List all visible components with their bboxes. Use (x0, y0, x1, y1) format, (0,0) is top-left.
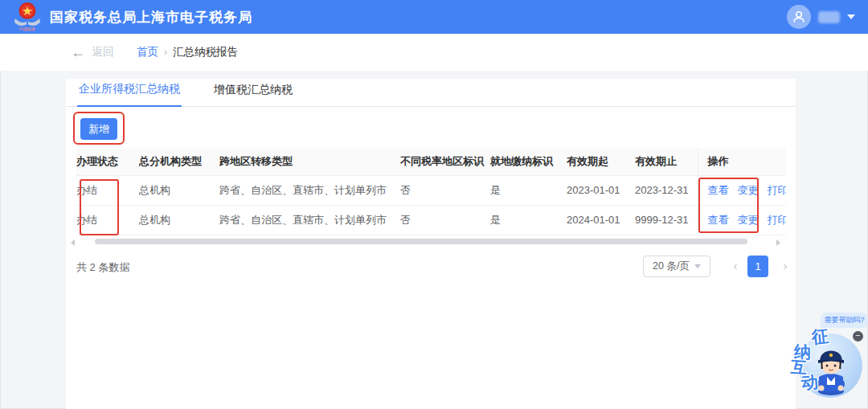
print-link[interactable]: 打印 (768, 184, 787, 196)
change-link[interactable]: 变更 (738, 184, 759, 196)
col-actions: 操作 (698, 149, 786, 175)
user-area (787, 5, 855, 29)
col-valid-to: 有效期止 (635, 149, 698, 175)
cell-valid-from: 2023-01-01 (567, 175, 635, 205)
page-1-button[interactable]: 1 (747, 256, 768, 277)
col-status: 办理状态 (76, 149, 139, 175)
back-arrow-icon[interactable]: ← (71, 45, 85, 59)
tab-corporate-income-tax[interactable]: 企业所得税汇总纳税 (77, 82, 182, 107)
col-transfer-type: 跨地区转移类型 (219, 149, 400, 175)
cell-transfer-type: 跨省、自治区、直辖市、计划单列市 (219, 205, 400, 235)
next-page-button[interactable]: › (775, 256, 796, 277)
cell-org-type: 总机构 (139, 205, 219, 235)
change-link[interactable]: 变更 (738, 214, 759, 226)
top-bar: 中国税务 国家税务总局上海市电子税务局 (0, 0, 868, 34)
view-link[interactable]: 查看 (708, 184, 729, 196)
cell-valid-to: 2023-12-31 (635, 175, 698, 205)
cell-valid-from: 2024-01-01 (567, 205, 635, 235)
mascot-char-dong: 动 (800, 370, 819, 394)
page-size-select[interactable]: 20 条/页 (643, 256, 710, 277)
horizontal-scrollbar[interactable] (95, 239, 747, 244)
cell-transfer-type: 跨省、自治区、直辖市、计划单列市 (219, 175, 400, 205)
cell-diff-tax-flag: 否 (400, 175, 490, 205)
back-button[interactable]: 返回 (92, 45, 114, 59)
app-title: 国家税务总局上海市电子税务局 (50, 8, 252, 27)
table-header-row: 办理状态 总分机构类型 跨地区转移类型 不同税率地区标识 就地缴纳标识 有效期起… (76, 149, 786, 175)
user-avatar[interactable] (787, 5, 811, 29)
breadcrumb-home-link[interactable]: 首页 (137, 45, 158, 59)
col-diff-tax-flag: 不同税率地区标识 (400, 149, 490, 175)
breadcrumb: ← 返回 首页 › 汇总纳税报告 (0, 34, 868, 71)
svg-text:中国税务: 中国税务 (19, 27, 36, 32)
table-row: 办结 总机构 跨省、自治区、直辖市、计划单列市 否 是 2023-01-01 2… (76, 175, 786, 205)
summary-tax-table: 办理状态 总分机构类型 跨地区转移类型 不同税率地区标识 就地缴纳标识 有效期起… (76, 149, 786, 235)
hscroll-right-arrow-icon[interactable] (776, 239, 780, 246)
help-bubble[interactable]: 需要帮助吗? (821, 313, 868, 328)
col-org-type: 总分机构类型 (139, 149, 219, 175)
mascot-char-zheng: 征 (811, 325, 830, 349)
person-icon (792, 10, 806, 24)
view-link[interactable]: 查看 (708, 214, 729, 226)
minimize-assistant-button[interactable]: − (853, 331, 863, 342)
hscroll-left-arrow-icon[interactable] (71, 239, 75, 246)
breadcrumb-separator: › (164, 47, 167, 58)
cell-local-pay-flag: 是 (490, 205, 567, 235)
tax-bureau-logo-icon: 中国税务 (13, 2, 42, 32)
cell-org-type: 总机构 (139, 175, 219, 205)
cell-actions: 查看变更打印 (698, 205, 786, 235)
cell-diff-tax-flag: 否 (400, 205, 490, 235)
chevron-down-icon (694, 264, 701, 268)
page-size-value: 20 条/页 (653, 260, 690, 273)
cell-status: 办结 (76, 205, 139, 235)
tab-bar: 企业所得税汇总纳税 增值税汇总纳税 (66, 79, 796, 107)
add-button[interactable]: 新增 (80, 118, 117, 140)
print-link[interactable]: 打印 (768, 214, 787, 226)
col-local-pay-flag: 就地缴纳标识 (490, 149, 567, 175)
cell-status: 办结 (76, 175, 139, 205)
breadcrumb-current: 汇总纳税报告 (173, 45, 238, 59)
cell-actions: 查看变更打印 (698, 175, 786, 205)
electronic-tax-bureau-page: 中国税务 国家税务总局上海市电子税务局 ← 返回 首页 › 汇总纳税报告 企业所… (0, 0, 868, 409)
tab-vat[interactable]: 增值税汇总纳税 (212, 83, 294, 106)
chevron-down-icon[interactable] (847, 14, 855, 19)
user-name-redacted (818, 11, 840, 23)
content-card: 企业所得税汇总纳税 增值税汇总纳税 新增 办理状态 总分机构类型 跨地区转移类型… (66, 79, 796, 409)
col-valid-from: 有效期起 (567, 149, 635, 175)
cell-local-pay-flag: 是 (490, 175, 567, 205)
cell-valid-to: 9999-12-31 (635, 205, 698, 235)
prev-page-button[interactable]: ‹ (725, 256, 746, 277)
total-count-text: 共 2 条数据 (76, 260, 129, 275)
table-row: 办结 总机构 跨省、自治区、直辖市、计划单列市 否 是 2024-01-01 9… (76, 205, 786, 235)
